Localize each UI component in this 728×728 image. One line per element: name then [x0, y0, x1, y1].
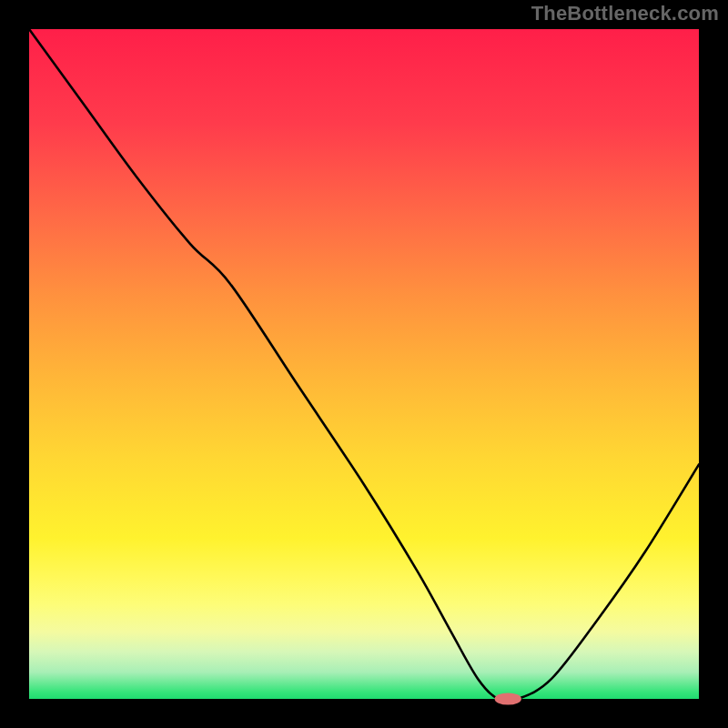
- bottleneck-curve: [29, 29, 699, 702]
- curve-layer: [29, 29, 699, 699]
- chart-container: TheBottleneck.com: [0, 0, 728, 728]
- optimum-marker: [495, 693, 521, 704]
- plot-area: [29, 29, 699, 699]
- watermark-text: TheBottleneck.com: [531, 2, 719, 25]
